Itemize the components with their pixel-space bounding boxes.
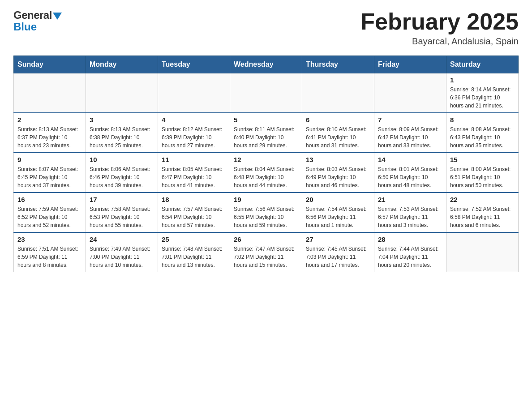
day-info: Sunrise: 7:53 AM Sunset: 6:57 PM Dayligh… bbox=[378, 205, 442, 229]
day-number: 16 bbox=[17, 196, 82, 203]
day-number: 17 bbox=[90, 196, 154, 203]
calendar-day-cell bbox=[86, 73, 158, 113]
day-header-friday: Friday bbox=[374, 56, 446, 73]
day-number: 26 bbox=[234, 235, 298, 243]
day-info: Sunrise: 7:58 AM Sunset: 6:53 PM Dayligh… bbox=[90, 205, 154, 229]
calendar-day-cell: 17Sunrise: 7:58 AM Sunset: 6:53 PM Dayli… bbox=[86, 193, 158, 232]
calendar-day-cell bbox=[302, 73, 374, 113]
calendar-day-cell bbox=[230, 73, 302, 113]
calendar-day-cell: 26Sunrise: 7:47 AM Sunset: 7:02 PM Dayli… bbox=[230, 232, 302, 272]
day-info: Sunrise: 8:06 AM Sunset: 6:46 PM Dayligh… bbox=[90, 165, 154, 189]
day-info: Sunrise: 8:10 AM Sunset: 6:41 PM Dayligh… bbox=[306, 125, 370, 150]
day-info: Sunrise: 7:51 AM Sunset: 6:59 PM Dayligh… bbox=[17, 245, 82, 269]
calendar-header-row: SundayMondayTuesdayWednesdayThursdayFrid… bbox=[14, 56, 519, 73]
day-info: Sunrise: 8:08 AM Sunset: 6:43 PM Dayligh… bbox=[450, 125, 515, 150]
calendar-day-cell: 11Sunrise: 8:05 AM Sunset: 6:47 PM Dayli… bbox=[158, 153, 230, 193]
day-info: Sunrise: 8:01 AM Sunset: 6:50 PM Dayligh… bbox=[378, 165, 442, 189]
day-header-monday: Monday bbox=[86, 56, 158, 73]
logo-arrow-icon bbox=[53, 13, 62, 20]
calendar-day-cell: 15Sunrise: 8:00 AM Sunset: 6:51 PM Dayli… bbox=[446, 153, 519, 193]
day-info: Sunrise: 7:52 AM Sunset: 6:58 PM Dayligh… bbox=[450, 205, 515, 229]
calendar-day-cell bbox=[374, 73, 446, 113]
calendar-day-cell: 10Sunrise: 8:06 AM Sunset: 6:46 PM Dayli… bbox=[86, 153, 158, 193]
day-number: 13 bbox=[306, 156, 370, 163]
day-number: 4 bbox=[162, 116, 226, 124]
location-text: Bayarcal, Andalusia, Spain bbox=[360, 36, 519, 47]
calendar-day-cell: 19Sunrise: 7:56 AM Sunset: 6:55 PM Dayli… bbox=[230, 193, 302, 232]
calendar-day-cell bbox=[446, 232, 519, 272]
calendar-week-row: 1Sunrise: 8:14 AM Sunset: 6:36 PM Daylig… bbox=[14, 73, 519, 113]
month-title: February 2025 bbox=[360, 9, 519, 34]
day-info: Sunrise: 7:59 AM Sunset: 6:52 PM Dayligh… bbox=[17, 205, 82, 229]
logo-blue-text: Blue bbox=[13, 21, 62, 33]
day-info: Sunrise: 7:56 AM Sunset: 6:55 PM Dayligh… bbox=[234, 205, 298, 229]
day-number: 6 bbox=[306, 116, 370, 124]
day-info: Sunrise: 7:45 AM Sunset: 7:03 PM Dayligh… bbox=[306, 245, 370, 269]
day-info: Sunrise: 7:57 AM Sunset: 6:54 PM Dayligh… bbox=[162, 205, 226, 229]
day-number: 1 bbox=[450, 76, 515, 84]
day-info: Sunrise: 7:47 AM Sunset: 7:02 PM Dayligh… bbox=[234, 245, 298, 269]
calendar-day-cell: 18Sunrise: 7:57 AM Sunset: 6:54 PM Dayli… bbox=[158, 193, 230, 232]
day-number: 21 bbox=[378, 196, 442, 203]
day-info: Sunrise: 7:49 AM Sunset: 7:00 PM Dayligh… bbox=[90, 245, 154, 269]
day-number: 10 bbox=[90, 156, 154, 163]
day-info: Sunrise: 8:13 AM Sunset: 6:38 PM Dayligh… bbox=[90, 125, 154, 150]
day-info: Sunrise: 8:13 AM Sunset: 6:37 PM Dayligh… bbox=[17, 125, 82, 150]
calendar-week-row: 16Sunrise: 7:59 AM Sunset: 6:52 PM Dayli… bbox=[14, 193, 519, 232]
calendar-week-row: 9Sunrise: 8:07 AM Sunset: 6:45 PM Daylig… bbox=[14, 153, 519, 193]
day-info: Sunrise: 8:00 AM Sunset: 6:51 PM Dayligh… bbox=[450, 165, 515, 189]
calendar-day-cell: 20Sunrise: 7:54 AM Sunset: 6:56 PM Dayli… bbox=[302, 193, 374, 232]
day-number: 24 bbox=[90, 235, 154, 243]
calendar-day-cell: 1Sunrise: 8:14 AM Sunset: 6:36 PM Daylig… bbox=[446, 73, 519, 113]
day-header-tuesday: Tuesday bbox=[158, 56, 230, 73]
calendar-day-cell: 4Sunrise: 8:12 AM Sunset: 6:39 PM Daylig… bbox=[158, 113, 230, 153]
day-number: 11 bbox=[162, 156, 226, 163]
day-number: 27 bbox=[306, 235, 370, 243]
day-info: Sunrise: 8:04 AM Sunset: 6:48 PM Dayligh… bbox=[234, 165, 298, 189]
day-header-wednesday: Wednesday bbox=[230, 56, 302, 73]
day-info: Sunrise: 8:14 AM Sunset: 6:36 PM Dayligh… bbox=[450, 86, 515, 110]
day-header-saturday: Saturday bbox=[446, 56, 519, 73]
calendar-day-cell: 9Sunrise: 8:07 AM Sunset: 6:45 PM Daylig… bbox=[14, 153, 86, 193]
day-number: 25 bbox=[162, 235, 226, 243]
day-info: Sunrise: 8:12 AM Sunset: 6:39 PM Dayligh… bbox=[162, 125, 226, 150]
day-info: Sunrise: 8:07 AM Sunset: 6:45 PM Dayligh… bbox=[17, 165, 82, 189]
calendar-day-cell: 7Sunrise: 8:09 AM Sunset: 6:42 PM Daylig… bbox=[374, 113, 446, 153]
day-header-sunday: Sunday bbox=[14, 56, 86, 73]
day-info: Sunrise: 8:09 AM Sunset: 6:42 PM Dayligh… bbox=[378, 125, 442, 150]
calendar-day-cell: 28Sunrise: 7:44 AM Sunset: 7:04 PM Dayli… bbox=[374, 232, 446, 272]
calendar-day-cell: 14Sunrise: 8:01 AM Sunset: 6:50 PM Dayli… bbox=[374, 153, 446, 193]
day-info: Sunrise: 8:11 AM Sunset: 6:40 PM Dayligh… bbox=[234, 125, 298, 150]
calendar-day-cell: 24Sunrise: 7:49 AM Sunset: 7:00 PM Dayli… bbox=[86, 232, 158, 272]
day-number: 7 bbox=[378, 116, 442, 124]
calendar-day-cell: 6Sunrise: 8:10 AM Sunset: 6:41 PM Daylig… bbox=[302, 113, 374, 153]
day-info: Sunrise: 8:03 AM Sunset: 6:49 PM Dayligh… bbox=[306, 165, 370, 189]
day-info: Sunrise: 7:54 AM Sunset: 6:56 PM Dayligh… bbox=[306, 205, 370, 229]
day-info: Sunrise: 7:44 AM Sunset: 7:04 PM Dayligh… bbox=[378, 245, 442, 269]
day-number: 9 bbox=[17, 156, 82, 163]
calendar-day-cell bbox=[14, 73, 86, 113]
day-number: 22 bbox=[450, 196, 515, 203]
calendar-day-cell: 16Sunrise: 7:59 AM Sunset: 6:52 PM Dayli… bbox=[14, 193, 86, 232]
calendar-day-cell: 5Sunrise: 8:11 AM Sunset: 6:40 PM Daylig… bbox=[230, 113, 302, 153]
calendar-day-cell: 25Sunrise: 7:48 AM Sunset: 7:01 PM Dayli… bbox=[158, 232, 230, 272]
day-number: 8 bbox=[450, 116, 515, 124]
calendar-table: SundayMondayTuesdayWednesdayThursdayFrid… bbox=[13, 56, 519, 272]
day-number: 20 bbox=[306, 196, 370, 203]
calendar-day-cell: 12Sunrise: 8:04 AM Sunset: 6:48 PM Dayli… bbox=[230, 153, 302, 193]
day-header-thursday: Thursday bbox=[302, 56, 374, 73]
day-number: 2 bbox=[17, 116, 82, 124]
title-block: February 2025 Bayarcal, Andalusia, Spain bbox=[360, 9, 519, 47]
calendar-week-row: 2Sunrise: 8:13 AM Sunset: 6:37 PM Daylig… bbox=[14, 113, 519, 153]
calendar-day-cell: 27Sunrise: 7:45 AM Sunset: 7:03 PM Dayli… bbox=[302, 232, 374, 272]
calendar-day-cell: 23Sunrise: 7:51 AM Sunset: 6:59 PM Dayli… bbox=[14, 232, 86, 272]
calendar-day-cell: 13Sunrise: 8:03 AM Sunset: 6:49 PM Dayli… bbox=[302, 153, 374, 193]
logo-general-text: General bbox=[13, 9, 52, 21]
day-number: 18 bbox=[162, 196, 226, 203]
calendar-day-cell: 2Sunrise: 8:13 AM Sunset: 6:37 PM Daylig… bbox=[14, 113, 86, 153]
calendar-day-cell: 8Sunrise: 8:08 AM Sunset: 6:43 PM Daylig… bbox=[446, 113, 519, 153]
calendar-day-cell bbox=[158, 73, 230, 113]
logo: General Blue bbox=[13, 9, 62, 33]
day-number: 28 bbox=[378, 235, 442, 243]
day-number: 3 bbox=[90, 116, 154, 124]
